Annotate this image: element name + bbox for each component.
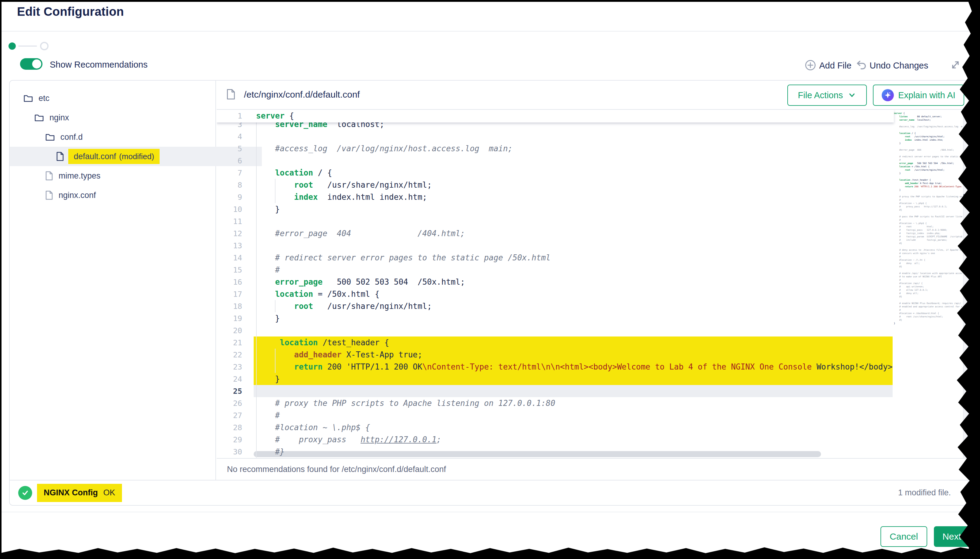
file-header: /etc/nginx/conf.d/default.conf File Acti… bbox=[217, 81, 968, 110]
code-line: 27 # bbox=[217, 409, 894, 422]
minimap-line: # pass the PHP scripts to FastCGI server… bbox=[894, 215, 962, 218]
minimap-line: # bbox=[894, 198, 962, 202]
add-file-icon[interactable] bbox=[805, 60, 816, 72]
no-recommendations-text: No recommendations found for /etc/nginx/… bbox=[227, 465, 446, 474]
line-number: 14 bbox=[217, 252, 242, 264]
tree-item-label: nginx.conf bbox=[58, 191, 96, 200]
modified-file-highlight: default.conf (modified) bbox=[68, 149, 159, 164]
minimap-line: root /usr/share/nginx/html; bbox=[894, 168, 962, 172]
undo-changes-button[interactable]: Undo Changes bbox=[870, 61, 928, 71]
code-lines: 3 server_name localhost;45 #access_log /… bbox=[217, 118, 894, 458]
screenshot-edge bbox=[0, 544, 980, 559]
line-number: 7 bbox=[217, 167, 242, 179]
stepper-step-2[interactable] bbox=[40, 42, 48, 50]
line-number: 20 bbox=[217, 325, 242, 337]
minimap-line: server_name localhost; bbox=[894, 118, 962, 122]
minimap-line: # enable NGINX Plus Dashboard; requires … bbox=[894, 302, 962, 305]
minimap[interactable]: server { listen 80 default_server; serve… bbox=[894, 112, 962, 456]
minimap-line: #} bbox=[894, 241, 962, 245]
minimap-line: # root /usr/share/nginx/html; bbox=[894, 315, 962, 318]
code-line: 6 bbox=[217, 155, 894, 167]
code-line: 15 # bbox=[217, 264, 894, 276]
tree-item-etc[interactable]: etc bbox=[10, 89, 229, 108]
minimap-line: # deny access to .htaccess files, if Apa… bbox=[894, 248, 962, 251]
cancel-button[interactable]: Cancel bbox=[881, 526, 927, 547]
screenshot-edge bbox=[0, 0, 980, 2]
minimap-line: #location ~ /\.ht { bbox=[894, 258, 962, 261]
sticky-scope-line: 1server { bbox=[217, 110, 894, 122]
minimap-line: location /test_header { bbox=[894, 178, 962, 182]
minimap-line: } bbox=[894, 322, 962, 325]
code-line: 17 location = /50x.html { bbox=[217, 288, 894, 300]
line-number: 6 bbox=[217, 155, 242, 167]
code-line: 19 } bbox=[217, 312, 894, 324]
undo-icon[interactable] bbox=[855, 60, 867, 73]
minimap-line: # deny all; bbox=[894, 261, 962, 265]
minimap-line: # allow 127.0.0.1; bbox=[894, 288, 962, 292]
expand-icon[interactable] bbox=[949, 58, 961, 73]
minimap-line: #} bbox=[894, 318, 962, 322]
stepper-step-1-active[interactable] bbox=[8, 43, 16, 50]
nginx-config-status-badge: NGINX Config OK bbox=[37, 484, 122, 502]
line-number: 5 bbox=[217, 143, 242, 155]
code-line: 14 # redirect server error pages to the … bbox=[217, 251, 894, 264]
minimap-line: # api write=on; bbox=[894, 285, 962, 288]
add-file-button[interactable]: Add File bbox=[819, 61, 851, 71]
tree-item-mime-types[interactable]: mime.types bbox=[10, 166, 251, 185]
screenshot-edge bbox=[0, 0, 2, 559]
minimap-line bbox=[894, 298, 962, 302]
tree-item-confd[interactable]: conf.d bbox=[10, 127, 251, 147]
code-line: 5 #access_log /var/log/nginx/host.access… bbox=[217, 142, 894, 155]
minimap-line: # bbox=[894, 158, 962, 162]
minimap-line bbox=[894, 128, 962, 132]
line-number: 9 bbox=[217, 191, 242, 203]
minimap-line: # bbox=[894, 278, 962, 282]
line-number: 21 bbox=[217, 337, 242, 349]
file-actions-button[interactable]: File Actions bbox=[787, 84, 867, 106]
minimap-line: # fastcgi_pass 127.0.0.1:9000; bbox=[894, 228, 962, 232]
line-number: 30 bbox=[217, 446, 242, 458]
code-line: 30 #} bbox=[217, 446, 894, 458]
minimap-line: return 200 'HTTP/1.1 200 OK\nContent-Typ… bbox=[894, 185, 962, 188]
minimap-line: server { bbox=[894, 112, 962, 115]
indent-guide bbox=[275, 179, 275, 203]
minimap-line: error_page 500 502 503 504 /50x.html; bbox=[894, 162, 962, 165]
minimap-line bbox=[894, 268, 962, 271]
check-circle-icon bbox=[18, 486, 32, 500]
minimap-line: # fastcgi_index index.php; bbox=[894, 232, 962, 235]
tree-item-nginx[interactable]: nginx bbox=[10, 108, 240, 127]
code-line: 18 root /usr/share/nginx/html; bbox=[217, 300, 894, 312]
code-line: 12 #error_page 404 /404.html; bbox=[217, 227, 894, 240]
minimap-line: # enable /api/ location with appropriate… bbox=[894, 271, 962, 275]
recommendations-bar: No recommendations found for /etc/nginx/… bbox=[217, 458, 968, 480]
indent-guide bbox=[275, 349, 275, 373]
minimap-line: } bbox=[894, 142, 962, 145]
minimap-line: location = /50x.html { bbox=[894, 165, 962, 168]
minimap-line: # proxy_pass http://127.0.0.1; bbox=[894, 205, 962, 208]
show-recommendations-toggle[interactable] bbox=[20, 58, 43, 70]
minimap-line: } bbox=[894, 172, 962, 175]
explain-with-ai-button[interactable]: Explain with AI bbox=[873, 84, 964, 106]
ai-sparkle-icon bbox=[882, 89, 894, 101]
tree-item-label: nginx bbox=[50, 113, 69, 122]
chevron-down-icon bbox=[848, 91, 856, 99]
code-line: 22 add_header X-Test-App true; bbox=[217, 349, 894, 361]
code-editor[interactable]: 3 server_name localhost;45 #access_log /… bbox=[217, 110, 968, 458]
header-divider bbox=[0, 31, 980, 31]
line-number: 29 bbox=[217, 434, 242, 446]
indent-guide bbox=[256, 122, 257, 458]
code-line: 11 bbox=[217, 215, 894, 227]
code-line: 16 error_page 500 502 503 504 /50x.html; bbox=[217, 276, 894, 288]
line-number: 28 bbox=[217, 422, 242, 434]
line-number: 16 bbox=[217, 276, 242, 288]
tree-item-label: default.conf bbox=[74, 152, 116, 161]
code-line: 28 #location ~ \.php$ { bbox=[217, 422, 894, 433]
minimap-line bbox=[894, 175, 962, 178]
toggle-knob bbox=[32, 60, 41, 68]
code-line: 24 } bbox=[217, 373, 894, 385]
modified-file-count: 1 modified file. bbox=[898, 488, 951, 498]
minimap-line: # fastcgi_param SCRIPT_FILENAME /scripts… bbox=[894, 235, 962, 238]
code-line: 29 # proxy_pass http://127.0.0.1; bbox=[217, 433, 894, 446]
tree-item-nginx-conf[interactable]: nginx.conf bbox=[10, 185, 251, 205]
code-line: 20 bbox=[217, 324, 894, 336]
